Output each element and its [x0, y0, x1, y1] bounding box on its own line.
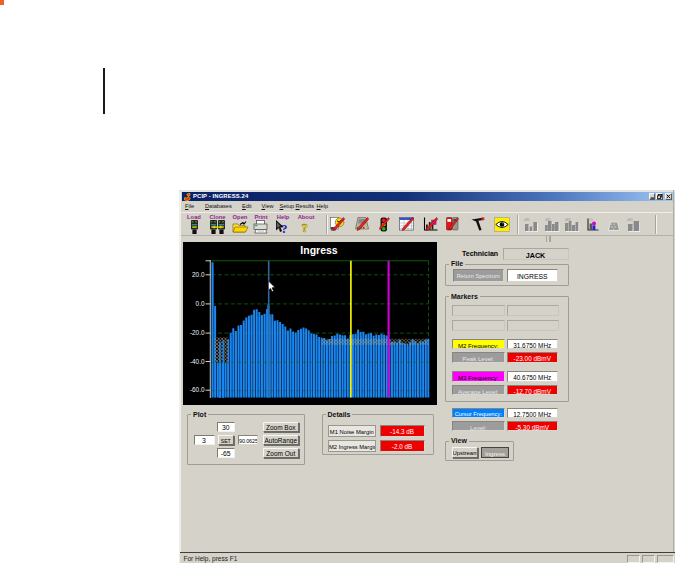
svg-text:Ingress: Ingress	[300, 243, 338, 255]
svg-text:-60.0: -60.0	[190, 386, 205, 393]
svg-text:?: ?	[302, 220, 309, 234]
svg-text:dBV: dBV	[565, 218, 571, 222]
svg-text:0.0: 0.0	[196, 300, 205, 307]
svg-text:?: ?	[281, 221, 288, 234]
svg-text:20.0: 20.0	[192, 271, 205, 278]
svg-text:-20.0: -20.0	[190, 329, 205, 336]
svg-text:dBV: dBV	[524, 218, 530, 222]
svg-text:-40.0: -40.0	[190, 357, 205, 364]
svg-text:dBV: dBV	[627, 218, 633, 222]
svg-text:dBV: dBV	[545, 218, 551, 222]
svg-text:Ch: Ch	[589, 218, 593, 222]
